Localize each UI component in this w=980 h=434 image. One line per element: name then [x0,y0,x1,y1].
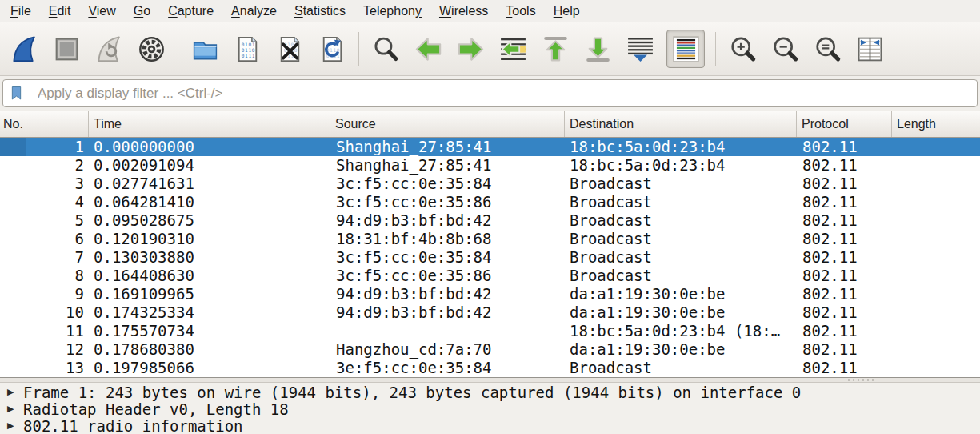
menu-bar: FileEditViewGoCaptureAnalyzeStatisticsTe… [0,0,980,22]
column-header-length[interactable]: Length [892,111,980,137]
detail-row-2[interactable]: ▶802.11 radio information [0,417,980,434]
capture-options-button[interactable] [135,30,167,67]
menu-tools[interactable]: Tools [497,2,544,20]
packet-protocol: 802.11 [797,322,892,340]
zoom-in-button[interactable] [726,30,758,67]
find-packet-icon [371,34,401,64]
column-header-time[interactable]: Time [89,111,330,137]
pane-splitter[interactable] [0,377,980,383]
resize-columns-button[interactable] [854,30,886,67]
toolbar-separator [358,32,359,66]
packet-row-10[interactable]: 100.17432533494:d9:b3:bf:bd:42da:a1:19:3… [0,303,980,322]
packet-no: 1 [0,138,89,156]
go-to-packet-button[interactable] [497,30,529,67]
packet-length [892,340,980,359]
menu-statistics[interactable]: Statistics [286,2,354,20]
packet-length [892,248,980,267]
stop-capture-button[interactable] [50,30,82,67]
packet-row-13[interactable]: 130.1979850663e:f5:cc:0e:35:84Broadcast8… [0,359,980,377]
packet-protocol: 802.11 [797,138,892,156]
expand-arrow-icon[interactable]: ▶ [6,420,23,431]
packet-source: Hangzhou_cd:7a:70 [330,340,565,359]
packet-protocol: 802.11 [797,359,892,377]
packet-row-6[interactable]: 60.12019031018:31:bf:4b:8b:68Broadcast80… [0,230,980,248]
detail-text: 802.11 radio information [23,417,243,434]
packet-source: 3c:f5:cc:0e:35:86 [330,193,565,211]
expand-arrow-icon[interactable]: ▶ [6,387,23,397]
packet-time: 0.120190310 [89,230,330,248]
zoom-out-button[interactable] [769,30,801,67]
column-header-source[interactable]: Source [330,111,565,137]
packet-row-9[interactable]: 90.16910996594:d9:b3:bf:bd:42da:a1:19:30… [0,285,980,303]
save-file-icon: 010101100111 [233,34,262,64]
close-file-button[interactable]: 010101100111 [274,30,306,67]
save-file-button[interactable]: 010101100111 [231,30,263,67]
packet-row-2[interactable]: 20.002091094Shanghai_27:85:4118:bc:5a:0d… [0,156,980,175]
packet-length [892,267,980,285]
filter-bookmark-icon[interactable] [3,80,30,106]
restart-capture-icon [94,34,124,64]
packet-row-5[interactable]: 50.09502867594:d9:b3:bf:bd:42Broadcast80… [0,211,980,230]
detail-row-1[interactable]: ▶Radiotap Header v0, Length 18 [0,400,980,417]
menu-view[interactable]: View [79,2,124,20]
packet-no: 10 [0,303,89,322]
auto-scroll-button[interactable] [624,30,656,67]
restart-capture-button[interactable] [93,30,125,67]
packet-destination: Broadcast [565,193,797,211]
packet-row-4[interactable]: 40.0642814103c:f5:cc:0e:35:86Broadcast80… [0,193,980,211]
packet-row-12[interactable]: 120.178680380Hangzhou_cd:7a:70da:a1:19:3… [0,340,980,359]
zoom-original-icon [813,34,842,64]
menu-analyze[interactable]: Analyze [222,2,286,20]
packet-protocol: 802.11 [797,230,892,248]
menu-edit[interactable]: Edit [40,2,80,20]
filter-bar [0,76,980,111]
menu-capture[interactable]: Capture [159,2,222,20]
display-filter-field[interactable] [2,79,978,107]
expand-arrow-icon[interactable]: ▶ [6,404,23,414]
zoom-original-button[interactable] [811,30,843,67]
auto-scroll-icon [626,34,655,64]
packet-list: 10.000000000Shanghai_27:85:4118:bc:5a:0d… [0,138,980,377]
packet-row-7[interactable]: 70.1303038803c:f5:cc:0e:35:84Broadcast80… [0,248,980,267]
packet-row-11[interactable]: 110.17557073418:bc:5a:0d:23:b4 (18:…802.… [0,322,980,340]
go-last-packet-button[interactable] [582,30,614,67]
menu-go[interactable]: Go [125,2,159,20]
column-header-destination[interactable]: Destination [565,111,797,137]
go-forward-button[interactable] [454,30,486,67]
packet-destination: da:a1:19:30:0e:be [565,340,797,359]
go-first-packet-button[interactable] [539,30,571,67]
detail-row-0[interactable]: ▶Frame 1: 243 bytes on wire (1944 bits),… [0,384,980,400]
find-packet-button[interactable] [370,30,402,67]
packet-time: 0.175570734 [89,322,330,340]
start-capture-button[interactable] [8,30,40,67]
open-file-button[interactable] [189,30,221,67]
menu-telephony[interactable]: Telephony [354,2,430,20]
packet-row-1[interactable]: 10.000000000Shanghai_27:85:4118:bc:5a:0d… [0,138,980,156]
packet-no: 2 [0,156,89,175]
packet-protocol: 802.11 [797,175,892,193]
menu-help[interactable]: Help [545,2,589,20]
packet-protocol: 802.11 [797,303,892,322]
menu-file[interactable]: File [2,2,40,20]
packet-details-pane: ▶Frame 1: 243 bytes on wire (1944 bits),… [0,383,980,434]
menu-wireless[interactable]: Wireless [430,2,497,20]
packet-row-8[interactable]: 80.1644086303c:f5:cc:0e:35:86Broadcast80… [0,267,980,285]
packet-time: 0.197985066 [89,359,330,377]
go-back-button[interactable] [412,30,444,67]
packet-length [892,230,980,248]
packet-protocol: 802.11 [797,267,892,285]
zoom-in-icon [728,34,758,64]
packet-time: 0.164408630 [89,267,330,285]
go-to-packet-icon [498,34,528,64]
colorize-packets-button[interactable] [666,30,705,68]
packet-length [892,175,980,193]
packet-row-3[interactable]: 30.0277416313c:f5:cc:0e:35:84Broadcast80… [0,175,980,193]
display-filter-input[interactable] [30,86,977,102]
splitter-grip-icon[interactable] [846,379,877,381]
column-header-protocol[interactable]: Protocol [797,111,892,137]
column-header-no[interactable]: No. [0,111,89,137]
packet-no: 9 [0,285,89,303]
packet-no: 6 [0,230,89,248]
reload-file-button[interactable]: 010101100111 [316,30,348,67]
packet-destination: Broadcast [565,211,797,230]
